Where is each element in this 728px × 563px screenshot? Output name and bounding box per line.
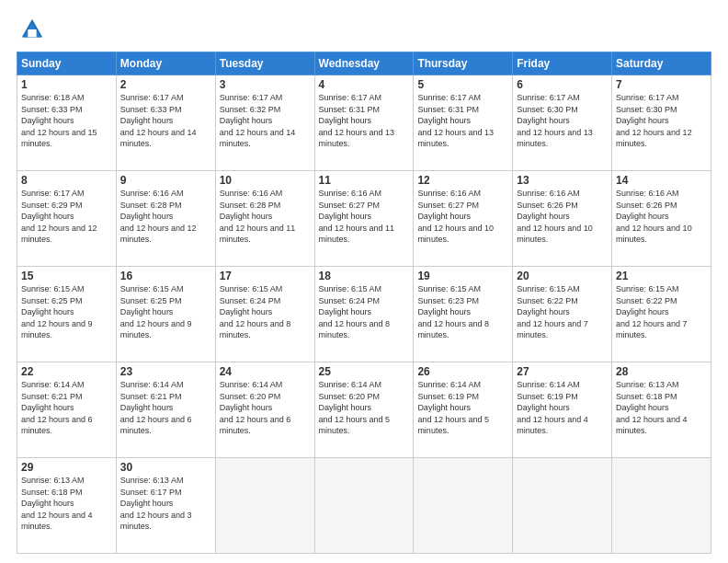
day-info: Sunrise: 6:14 AMSunset: 6:20 PMDaylight … — [220, 380, 291, 435]
day-number: 14 — [616, 174, 707, 187]
calendar-cell — [612, 458, 711, 554]
day-number: 29 — [21, 461, 112, 474]
calendar-cell: 29Sunrise: 6:13 AMSunset: 6:18 PMDayligh… — [17, 458, 117, 554]
day-info: Sunrise: 6:17 AMSunset: 6:33 PMDaylight … — [120, 93, 197, 148]
day-number: 9 — [120, 174, 211, 187]
day-info: Sunrise: 6:15 AMSunset: 6:23 PMDaylight … — [417, 284, 489, 339]
calendar-cell: 28Sunrise: 6:13 AMSunset: 6:18 PMDayligh… — [612, 362, 711, 458]
day-number: 18 — [319, 270, 410, 282]
calendar-cell: 1Sunrise: 6:18 AMSunset: 6:33 PMDaylight… — [17, 75, 117, 171]
day-info: Sunrise: 6:17 AMSunset: 6:29 PMDaylight … — [21, 189, 97, 244]
day-info: Sunrise: 6:17 AMSunset: 6:31 PMDaylight … — [417, 93, 494, 148]
calendar-cell: 6Sunrise: 6:17 AMSunset: 6:30 PMDaylight… — [513, 75, 612, 171]
day-number: 25 — [319, 365, 410, 378]
calendar-cell — [314, 458, 414, 554]
day-number: 24 — [220, 365, 311, 378]
calendar-cell: 5Sunrise: 6:17 AMSunset: 6:31 PMDaylight… — [414, 75, 513, 171]
day-number: 4 — [319, 78, 410, 91]
day-number: 6 — [517, 78, 608, 91]
calendar: SundayMondayTuesdayWednesdayThursdayFrid… — [17, 52, 711, 554]
calendar-cell: 7Sunrise: 6:17 AMSunset: 6:30 PMDaylight… — [612, 75, 711, 171]
calendar-cell: 27Sunrise: 6:14 AMSunset: 6:19 PMDayligh… — [513, 362, 612, 458]
day-info: Sunrise: 6:15 AMSunset: 6:24 PMDaylight … — [220, 284, 291, 339]
calendar-cell: 30Sunrise: 6:13 AMSunset: 6:17 PMDayligh… — [116, 458, 215, 554]
day-info: Sunrise: 6:16 AMSunset: 6:26 PMDaylight … — [616, 189, 692, 244]
day-info: Sunrise: 6:15 AMSunset: 6:22 PMDaylight … — [517, 284, 588, 339]
svg-rect-2 — [28, 29, 36, 37]
calendar-cell: 8Sunrise: 6:17 AMSunset: 6:29 PMDaylight… — [17, 171, 117, 267]
day-number: 20 — [517, 270, 608, 282]
calendar-week-row: 8Sunrise: 6:17 AMSunset: 6:29 PMDaylight… — [17, 171, 711, 267]
day-of-week-header: Wednesday — [314, 52, 414, 75]
day-number: 3 — [220, 78, 311, 91]
calendar-cell: 26Sunrise: 6:14 AMSunset: 6:19 PMDayligh… — [414, 362, 513, 458]
calendar-cell: 2Sunrise: 6:17 AMSunset: 6:33 PMDaylight… — [116, 75, 215, 171]
calendar-cell: 17Sunrise: 6:15 AMSunset: 6:24 PMDayligh… — [215, 267, 314, 362]
day-of-week-header: Sunday — [17, 52, 117, 75]
header — [17, 17, 711, 42]
day-number: 5 — [417, 78, 508, 91]
day-info: Sunrise: 6:15 AMSunset: 6:25 PMDaylight … — [21, 284, 93, 339]
day-number: 8 — [21, 174, 112, 187]
calendar-cell: 11Sunrise: 6:16 AMSunset: 6:27 PMDayligh… — [314, 171, 414, 267]
day-info: Sunrise: 6:16 AMSunset: 6:26 PMDaylight … — [517, 189, 593, 244]
day-number: 1 — [21, 78, 112, 91]
day-info: Sunrise: 6:13 AMSunset: 6:18 PMDaylight … — [616, 380, 688, 435]
day-number: 26 — [417, 365, 508, 378]
calendar-cell — [513, 458, 612, 554]
calendar-cell: 21Sunrise: 6:15 AMSunset: 6:22 PMDayligh… — [612, 267, 711, 362]
calendar-cell: 15Sunrise: 6:15 AMSunset: 6:25 PMDayligh… — [17, 267, 117, 362]
calendar-cell: 16Sunrise: 6:15 AMSunset: 6:25 PMDayligh… — [116, 267, 215, 362]
calendar-cell: 22Sunrise: 6:14 AMSunset: 6:21 PMDayligh… — [17, 362, 117, 458]
calendar-cell: 4Sunrise: 6:17 AMSunset: 6:31 PMDaylight… — [314, 75, 414, 171]
day-number: 28 — [616, 365, 707, 378]
day-of-week-header: Monday — [116, 52, 215, 75]
day-info: Sunrise: 6:17 AMSunset: 6:30 PMDaylight … — [517, 93, 593, 148]
day-info: Sunrise: 6:16 AMSunset: 6:27 PMDaylight … — [319, 189, 395, 244]
day-number: 19 — [417, 270, 508, 282]
calendar-cell: 9Sunrise: 6:16 AMSunset: 6:28 PMDaylight… — [116, 171, 215, 267]
day-info: Sunrise: 6:14 AMSunset: 6:19 PMDaylight … — [517, 380, 588, 435]
calendar-cell — [215, 458, 314, 554]
day-number: 13 — [517, 174, 608, 187]
calendar-cell — [414, 458, 513, 554]
day-info: Sunrise: 6:14 AMSunset: 6:21 PMDaylight … — [21, 380, 93, 435]
day-number: 7 — [616, 78, 707, 91]
calendar-cell: 10Sunrise: 6:16 AMSunset: 6:28 PMDayligh… — [215, 171, 314, 267]
day-number: 17 — [220, 270, 311, 282]
day-number: 23 — [120, 365, 211, 378]
day-number: 2 — [120, 78, 211, 91]
day-info: Sunrise: 6:15 AMSunset: 6:22 PMDaylight … — [616, 284, 688, 339]
day-info: Sunrise: 6:15 AMSunset: 6:24 PMDaylight … — [319, 284, 391, 339]
day-info: Sunrise: 6:17 AMSunset: 6:31 PMDaylight … — [319, 93, 395, 148]
calendar-cell: 18Sunrise: 6:15 AMSunset: 6:24 PMDayligh… — [314, 267, 414, 362]
day-of-week-header: Thursday — [414, 52, 513, 75]
logo-icon — [19, 17, 45, 42]
day-info: Sunrise: 6:17 AMSunset: 6:30 PMDaylight … — [616, 93, 692, 148]
day-info: Sunrise: 6:13 AMSunset: 6:18 PMDaylight … — [21, 476, 93, 531]
day-info: Sunrise: 6:14 AMSunset: 6:21 PMDaylight … — [120, 380, 192, 435]
day-info: Sunrise: 6:13 AMSunset: 6:17 PMDaylight … — [120, 476, 192, 531]
calendar-cell: 12Sunrise: 6:16 AMSunset: 6:27 PMDayligh… — [414, 171, 513, 267]
calendar-cell: 24Sunrise: 6:14 AMSunset: 6:20 PMDayligh… — [215, 362, 314, 458]
day-number: 12 — [417, 174, 508, 187]
day-of-week-header: Friday — [513, 52, 612, 75]
logo — [17, 17, 45, 42]
day-number: 30 — [120, 461, 211, 474]
calendar-cell: 19Sunrise: 6:15 AMSunset: 6:23 PMDayligh… — [414, 267, 513, 362]
day-number: 27 — [517, 365, 608, 378]
calendar-cell: 23Sunrise: 6:14 AMSunset: 6:21 PMDayligh… — [116, 362, 215, 458]
day-info: Sunrise: 6:14 AMSunset: 6:19 PMDaylight … — [417, 380, 489, 435]
day-info: Sunrise: 6:16 AMSunset: 6:28 PMDaylight … — [220, 189, 296, 244]
day-number: 10 — [220, 174, 311, 187]
calendar-cell: 20Sunrise: 6:15 AMSunset: 6:22 PMDayligh… — [513, 267, 612, 362]
day-number: 11 — [319, 174, 410, 187]
calendar-week-row: 22Sunrise: 6:14 AMSunset: 6:21 PMDayligh… — [17, 362, 711, 458]
day-of-week-header: Tuesday — [215, 52, 314, 75]
day-info: Sunrise: 6:14 AMSunset: 6:20 PMDaylight … — [319, 380, 391, 435]
calendar-week-row: 29Sunrise: 6:13 AMSunset: 6:18 PMDayligh… — [17, 458, 711, 554]
day-number: 22 — [21, 365, 112, 378]
day-info: Sunrise: 6:16 AMSunset: 6:27 PMDaylight … — [417, 189, 494, 244]
calendar-header-row: SundayMondayTuesdayWednesdayThursdayFrid… — [17, 52, 711, 75]
calendar-cell: 14Sunrise: 6:16 AMSunset: 6:26 PMDayligh… — [612, 171, 711, 267]
